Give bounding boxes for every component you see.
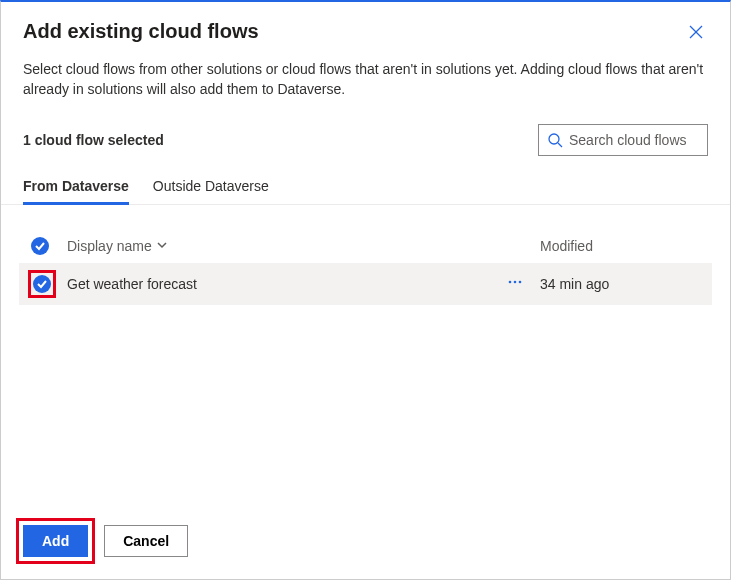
check-icon — [37, 279, 47, 289]
column-header-name-label: Display name — [67, 238, 152, 254]
close-icon — [688, 24, 704, 40]
dialog-subtitle: Select cloud flows from other solutions … — [23, 59, 708, 100]
tab-from-dataverse[interactable]: From Dataverse — [23, 170, 129, 204]
svg-line-3 — [558, 143, 562, 147]
search-box[interactable] — [538, 124, 708, 156]
table-row[interactable]: Get weather forecast 34 min ago — [19, 263, 712, 305]
cancel-button[interactable]: Cancel — [104, 525, 188, 557]
grid-header: Display name Modified — [19, 229, 712, 263]
svg-point-5 — [514, 281, 517, 284]
more-icon — [507, 274, 523, 290]
close-button[interactable] — [684, 20, 708, 47]
column-header-modified[interactable]: Modified — [536, 238, 706, 254]
column-header-name[interactable]: Display name — [67, 238, 494, 254]
svg-point-2 — [549, 134, 559, 144]
row-checkbox[interactable] — [33, 275, 51, 293]
row-modified: 34 min ago — [536, 276, 706, 292]
svg-point-4 — [509, 281, 512, 284]
check-icon — [35, 241, 45, 251]
selection-count: 1 cloud flow selected — [23, 132, 164, 148]
tab-bar: From Dataverse Outside Dataverse — [1, 170, 730, 205]
add-button[interactable]: Add — [23, 525, 88, 557]
dialog-title: Add existing cloud flows — [23, 20, 259, 43]
svg-point-6 — [519, 281, 522, 284]
row-display-name: Get weather forecast — [67, 276, 494, 292]
row-more-button[interactable] — [507, 274, 523, 293]
tab-outside-dataverse[interactable]: Outside Dataverse — [153, 170, 269, 204]
search-icon — [547, 132, 563, 148]
select-all-checkbox[interactable] — [31, 237, 49, 255]
chevron-down-icon — [156, 238, 168, 254]
search-input[interactable] — [569, 132, 699, 148]
